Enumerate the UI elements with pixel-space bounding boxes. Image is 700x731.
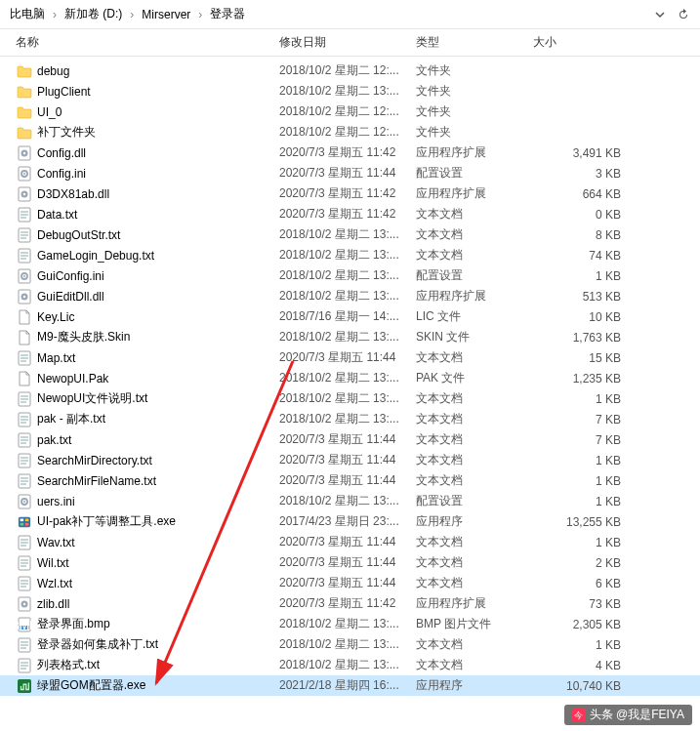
file-row[interactable]: Map.txt 2020/7/3 星期五 11:44 文本文档 15 KB (0, 347, 700, 368)
file-size: 6 KB (533, 577, 621, 590)
gear-icon (16, 145, 33, 161)
file-row[interactable]: Wav.txt 2020/7/3 星期五 11:44 文本文档 1 KB (0, 532, 700, 552)
svg-rect-55 (21, 518, 24, 521)
txt-icon (16, 227, 33, 243)
file-type: 文本文档 (416, 472, 533, 489)
file-row[interactable]: PlugClient 2018/10/2 星期二 13:... 文件夹 (0, 81, 700, 102)
file-row[interactable]: DebugOutStr.txt 2018/10/2 星期二 13:... 文本文… (0, 224, 700, 245)
breadcrumb-item[interactable]: Mirserver (138, 8, 194, 21)
file-date: 2018/10/2 星期二 12:... (279, 62, 416, 79)
file-name: 补丁文件夹 (37, 124, 279, 141)
file-date: 2018/10/2 星期二 13:... (279, 329, 416, 345)
svg-point-5 (23, 173, 25, 175)
file-row[interactable]: Data.txt 2020/7/3 星期五 11:42 文本文档 0 KB (0, 204, 700, 224)
file-row[interactable]: pak.txt 2020/7/3 星期五 11:44 文本文档 7 KB (0, 429, 700, 450)
file-row[interactable]: GuiEditDll.dll 2018/10/2 星期二 13:... 应用程序… (0, 286, 700, 306)
file-size: 0 KB (533, 208, 621, 222)
file-row[interactable]: Wil.txt 2020/7/3 星期五 11:44 文本文档 2 KB (0, 552, 700, 573)
column-header-name[interactable]: 名称 (16, 34, 279, 51)
bmp-icon: BMP (16, 617, 33, 632)
file-row[interactable]: 列表格式.txt 2018/10/2 星期二 13:... 文本文档 4 KB (0, 655, 700, 675)
column-header-type[interactable]: 类型 (416, 34, 533, 51)
file-name: D3DX81ab.dll (37, 187, 279, 201)
breadcrumb-item[interactable]: 登录器 (206, 6, 249, 22)
file-date: 2018/10/2 星期二 13:... (279, 226, 416, 243)
file-row[interactable]: UI_0 2018/10/2 星期二 12:... 文件夹 (0, 102, 700, 122)
file-row[interactable]: M9-魔头皮肤.Skin 2018/10/2 星期二 13:... SKIN 文… (0, 327, 700, 347)
file-date: 2018/10/2 星期二 12:... (279, 103, 416, 120)
file-date: 2020/7/3 星期五 11:44 (279, 575, 416, 591)
file-size: 513 KB (533, 290, 621, 304)
file-size: 1,763 KB (533, 331, 621, 345)
toutiao-logo-icon (572, 709, 586, 722)
file-row[interactable]: SearchMirDirectory.txt 2020/7/3 星期五 11:4… (0, 450, 700, 470)
file-row[interactable]: uers.ini 2018/10/2 星期二 13:... 配置设置 1 KB (0, 491, 700, 511)
file-name: Wzl.txt (37, 577, 279, 590)
file-date: 2020/7/3 星期五 11:42 (279, 206, 416, 223)
file-type: 文本文档 (416, 431, 533, 448)
file-name: pak - 副本.txt (37, 411, 279, 427)
svg-rect-54 (19, 516, 30, 527)
file-date: 2020/7/3 星期五 11:42 (279, 144, 416, 161)
file-date: 2018/10/2 星期二 13:... (279, 267, 416, 284)
file-date: 2020/7/3 星期五 11:42 (279, 595, 416, 612)
file-date: 2017/4/23 星期日 23:... (279, 513, 416, 530)
file-icon (16, 371, 33, 386)
file-date: 2018/10/2 星期二 13:... (279, 247, 416, 264)
file-size: 4 KB (533, 659, 621, 672)
file-name: Data.txt (37, 208, 279, 222)
file-row[interactable]: Key.Lic 2018/7/16 星期一 14:... LIC 文件 10 K… (0, 306, 700, 327)
file-type: 应用程序扩展 (416, 144, 533, 161)
file-name: UI-pak补丁等调整工具.exe (37, 513, 279, 530)
file-size: 73 KB (533, 597, 621, 611)
folder-icon (16, 125, 33, 141)
file-row[interactable]: GameLogin_Debug.txt 2018/10/2 星期二 13:...… (0, 245, 700, 265)
file-type: 文本文档 (416, 390, 533, 407)
txt-icon (16, 412, 33, 427)
file-row[interactable]: SearchMirFileName.txt 2020/7/3 星期五 11:44… (0, 470, 700, 491)
breadcrumb-item[interactable]: 比电脑 (6, 6, 49, 22)
gear-icon (16, 596, 33, 612)
breadcrumb-bar: 比电脑 › 新加卷 (D:) › Mirserver › 登录器 (0, 0, 700, 29)
history-dropdown-button[interactable] (649, 4, 671, 25)
file-name: PlugClient (37, 85, 279, 99)
file-name: 绿盟GOM配置器.exe (37, 677, 279, 694)
file-row[interactable]: BMP 登录界面.bmp 2018/10/2 星期二 13:... BMP 图片… (0, 614, 700, 634)
file-row[interactable]: UI-pak补丁等调整工具.exe 2017/4/23 星期日 23:... 应… (0, 511, 700, 532)
txt-icon (16, 432, 33, 448)
file-date: 2018/7/16 星期一 14:... (279, 308, 416, 325)
file-row[interactable]: GuiConfig.ini 2018/10/2 星期二 13:... 配置设置 … (0, 265, 700, 286)
file-size: 8 KB (533, 228, 621, 242)
file-type: 文本文档 (416, 534, 533, 550)
file-date: 2018/10/2 星期二 13:... (279, 657, 416, 673)
column-header-size[interactable]: 大小 (533, 34, 631, 51)
file-name: 列表格式.txt (37, 657, 279, 673)
file-date: 2018/10/2 星期二 13:... (279, 370, 416, 386)
file-row[interactable]: pak - 副本.txt 2018/10/2 星期二 13:... 文本文档 7… (0, 409, 700, 429)
file-row[interactable]: 绿盟GOM配置器.exe 2021/2/18 星期四 16:... 应用程序 1… (0, 675, 700, 696)
file-row[interactable]: debug 2018/10/2 星期二 12:... 文件夹 (0, 61, 700, 81)
file-row[interactable]: 补丁文件夹 2018/10/2 星期二 12:... 文件夹 (0, 122, 700, 142)
file-row[interactable]: Config.dll 2020/7/3 星期五 11:42 应用程序扩展 3,4… (0, 142, 700, 163)
svg-point-23 (23, 275, 25, 277)
file-row[interactable]: zlib.dll 2020/7/3 星期五 11:42 应用程序扩展 73 KB (0, 593, 700, 614)
gear-icon (16, 289, 33, 305)
column-header-row: 名称 修改日期 类型 大小 (0, 29, 700, 57)
svg-point-26 (23, 295, 25, 297)
column-header-date[interactable]: 修改日期 (279, 34, 416, 51)
breadcrumb-item[interactable]: 新加卷 (D:) (61, 6, 126, 22)
txt-icon (16, 658, 33, 673)
file-row[interactable]: D3DX81ab.dll 2020/7/3 星期五 11:42 应用程序扩展 6… (0, 183, 700, 204)
file-row[interactable]: Wzl.txt 2020/7/3 星期五 11:44 文本文档 6 KB (0, 573, 700, 593)
txt-icon (16, 637, 33, 653)
file-type: 文本文档 (416, 411, 533, 427)
file-size: 10,740 KB (533, 679, 621, 693)
file-date: 2018/10/2 星期二 13:... (279, 616, 416, 632)
file-row[interactable]: NewopUI文件说明.txt 2018/10/2 星期二 13:... 文本文… (0, 388, 700, 409)
file-row[interactable]: 登录器如何集成补丁.txt 2018/10/2 星期二 13:... 文本文档 … (0, 634, 700, 655)
file-date: 2021/2/18 星期四 16:... (279, 677, 416, 694)
file-icon (16, 309, 33, 325)
refresh-button[interactable] (673, 4, 694, 25)
file-row[interactable]: Config.ini 2020/7/3 星期五 11:44 配置设置 3 KB (0, 163, 700, 183)
file-row[interactable]: NewopUI.Pak 2018/10/2 星期二 13:... PAK 文件 … (0, 368, 700, 388)
